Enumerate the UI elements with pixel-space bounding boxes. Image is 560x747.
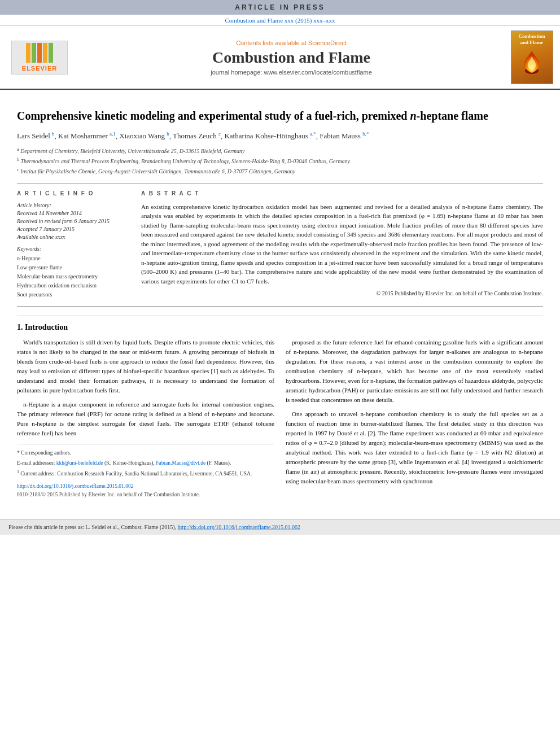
issn-line: 0010-2180/© 2015 Published by Elsevier I… xyxy=(17,491,274,499)
keywords-label: Keywords: xyxy=(17,246,130,252)
elsevier-logo-img: ELSEVIER xyxy=(11,41,68,75)
abstract-heading: A B S T R A C T xyxy=(141,190,543,196)
cover-box: Combustionand Flame xyxy=(511,30,553,84)
available-online: Available online xxxx xyxy=(17,234,130,240)
citation-text: Please cite this article in press as: L.… xyxy=(8,524,176,530)
journal-header: ELSEVIER Contents lists available at Sci… xyxy=(0,26,560,90)
doi-section: http://dx.doi.org/10.1016/j.combustflame… xyxy=(17,482,274,491)
strip-green xyxy=(32,43,36,63)
intro-section-title: 1. Introduction xyxy=(17,323,543,332)
cover-title: Combustionand Flame xyxy=(518,33,545,46)
intro-col1-para1: World's transportation is still driven b… xyxy=(17,338,274,395)
article-in-press-banner: ARTICLE IN PRESS xyxy=(0,0,560,15)
article-history: Article history: Received 14 November 20… xyxy=(17,202,130,240)
keyword-5: Soot precursors xyxy=(17,290,130,299)
affiliation-b: b Thermodynamics and Thermal Process Eng… xyxy=(17,156,543,165)
intro-two-col: World's transportation is still driven b… xyxy=(17,338,543,499)
intro-col1-para2: n-Heptane is a major component in refere… xyxy=(17,400,274,438)
strip-yellow2 xyxy=(43,43,47,63)
article-info-abstract-section: A R T I C L E I N F O Article history: R… xyxy=(17,183,543,307)
affiliation-c: c Institut für Physikalische Chemie, Geo… xyxy=(17,167,543,176)
intro-number: 1. xyxy=(17,323,23,331)
page-wrapper: ARTICLE IN PRESS Combustion and Flame xx… xyxy=(0,0,560,747)
science-direct-link: Contents lists available at ScienceDirec… xyxy=(73,40,509,46)
intro-title: Introduction xyxy=(25,323,68,331)
footnote-author1: (K. Kohse-Höinghaus), xyxy=(104,460,155,466)
journal-cover-image: Combustionand Flame xyxy=(509,30,554,84)
journal-homepage: journal homepage: www.elsevier.com/locat… xyxy=(73,69,509,76)
doi-link[interactable]: http://dx.doi.org/10.1016/j.combustflame… xyxy=(17,483,133,489)
footnote-email2-link[interactable]: Fabian.Mauss@dtvt.de xyxy=(156,460,205,466)
article-info-col: A R T I C L E I N F O Article history: R… xyxy=(17,190,130,299)
footnote-corresponding-text: * Corresponding authors. xyxy=(17,450,71,456)
abstract-col: A B S T R A C T An existing comprehensiv… xyxy=(141,190,543,299)
footnote-email1-link[interactable]: kkh@uni-bielefeld.de xyxy=(56,460,103,466)
affiliations: a Department of Chemistry, Bielefeld Uni… xyxy=(17,146,543,176)
footnotes-section: * Corresponding authors. E-mail addresse… xyxy=(17,444,274,478)
history-label: Article history: xyxy=(17,202,130,208)
strip-orange xyxy=(37,43,42,63)
strip-yellow xyxy=(26,43,30,63)
affiliation-a: a Department of Chemistry, Bielefeld Uni… xyxy=(17,146,543,155)
journal-ref-text: Combustion and Flame xxx (2015) xxx–xxx xyxy=(225,17,335,24)
strip-green2 xyxy=(49,43,53,63)
footnote-note1: 1 Current address: Combustion Research F… xyxy=(17,469,274,478)
authors-line: Lars Seidel b, Kai Moshammer a,1, Xiaoxi… xyxy=(17,130,543,142)
received-revised-date: Received in revised form 6 January 2015 xyxy=(17,218,130,224)
footnote-email-label: E-mail addresses: xyxy=(17,460,55,466)
footnote-author2: (F. Mauss). xyxy=(207,460,231,466)
journal-ref-line: Combustion and Flame xxx (2015) xxx–xxx xyxy=(0,15,560,26)
elsevier-strips xyxy=(26,43,53,63)
citation-bar: Please cite this article in press as: L.… xyxy=(0,519,560,535)
keyword-2: Low-pressure flame xyxy=(17,263,130,272)
banner-text: ARTICLE IN PRESS xyxy=(235,3,325,11)
intro-col1: World's transportation is still driven b… xyxy=(17,338,274,499)
intro-col2-para2: One approach to unravel n-heptane combus… xyxy=(286,409,543,486)
intro-col2: proposed as the future reference fuel fo… xyxy=(286,338,543,499)
abstract-text: An existing comprehensive kinetic hydroc… xyxy=(141,202,543,298)
footnote-note1-num: 1 xyxy=(17,469,19,474)
elsevier-label: ELSEVIER xyxy=(22,65,57,72)
footnote-email: E-mail addresses: kkh@uni-bielefeld.de (… xyxy=(17,459,274,467)
keyword-1: n-Heptane xyxy=(17,254,130,263)
footnote-note1-text: Current address: Combustion Research Fac… xyxy=(20,471,252,477)
journal-title-center: Contents lists available at ScienceDirec… xyxy=(73,40,509,76)
footnote-corresponding: * Corresponding authors. xyxy=(17,449,274,457)
keywords-list: n-Heptane Low-pressure flame Molecular-b… xyxy=(17,254,130,299)
cover-flame-svg xyxy=(518,48,546,76)
accepted-date: Accepted 7 January 2015 xyxy=(17,226,130,232)
contents-label: Contents lists available at xyxy=(236,40,307,46)
main-content: Comprehensive kinetic modeling and exper… xyxy=(0,90,560,508)
keywords-section: Keywords: n-Heptane Low-pressure flame M… xyxy=(17,246,130,299)
elsevier-logo: ELSEVIER xyxy=(6,41,73,75)
journal-main-title: Combustion and Flame xyxy=(73,49,509,67)
citation-link[interactable]: http://dx.doi.org/10.1016/j.combustflame… xyxy=(178,524,300,530)
abstract-copyright: © 2015 Published by Elsevier Inc. on beh… xyxy=(141,289,543,298)
intro-divider xyxy=(17,316,543,316)
received-date: Received 14 November 2014 xyxy=(17,210,130,216)
science-direct-name[interactable]: ScienceDirect xyxy=(308,40,347,46)
intro-col2-para1: proposed as the future reference fuel fo… xyxy=(286,338,543,405)
article-info-heading: A R T I C L E I N F O xyxy=(17,190,130,196)
keyword-4: Hydrocarbon oxidation mechanism xyxy=(17,281,130,290)
keyword-3: Molecular-beam mass spectrometry xyxy=(17,272,130,281)
article-title: Comprehensive kinetic modeling and exper… xyxy=(17,108,543,124)
abstract-body: An existing comprehensive kinetic hydroc… xyxy=(141,203,543,285)
